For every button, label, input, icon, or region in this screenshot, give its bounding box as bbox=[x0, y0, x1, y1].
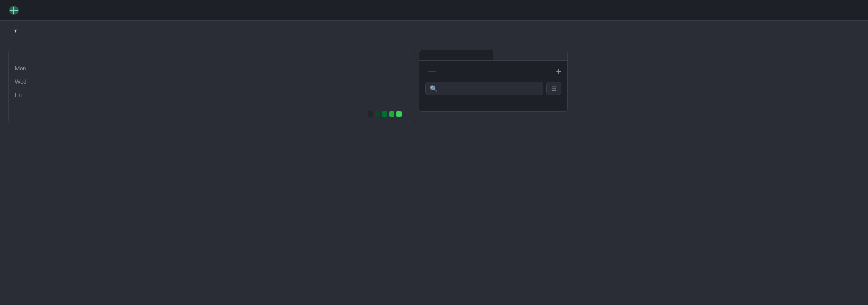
panel-tabs bbox=[419, 50, 567, 61]
repos-title bbox=[425, 71, 436, 72]
day-labels: Mon Wed Fri bbox=[15, 58, 26, 105]
legend-cell-4 bbox=[396, 111, 402, 117]
legend-cell-0 bbox=[368, 111, 373, 117]
contrib-legend bbox=[365, 111, 404, 117]
contribution-graph: Mon Wed Fri bbox=[8, 50, 410, 123]
search-icon: 🔍 bbox=[430, 85, 438, 92]
repo-search-input[interactable] bbox=[441, 85, 539, 92]
repo-filter-tabs bbox=[425, 100, 561, 100]
repos-header: + bbox=[425, 67, 561, 76]
repo-panel: + 🔍 ⊟ bbox=[419, 50, 568, 112]
repo-search-input-wrap: 🔍 bbox=[425, 82, 543, 95]
tab-repository[interactable] bbox=[419, 50, 493, 60]
wednesday-label: Wed bbox=[15, 78, 26, 85]
friday-label: Fri bbox=[15, 92, 26, 99]
right-sidebar: + 🔍 ⊟ bbox=[419, 50, 568, 130]
main-content: Mon Wed Fri bbox=[0, 41, 868, 138]
contrib-grid-wrapper: Mon Wed Fri bbox=[15, 58, 404, 105]
panel-body: + 🔍 ⊟ bbox=[419, 61, 567, 111]
chevron-down-icon: ▾ bbox=[14, 28, 17, 34]
topnav bbox=[0, 0, 868, 21]
filter-icon: ⊟ bbox=[551, 85, 557, 92]
userbar: ▾ bbox=[0, 21, 868, 41]
activity-section: Mon Wed Fri bbox=[8, 50, 410, 130]
legend-cell-1 bbox=[375, 111, 380, 117]
repos-count-badge bbox=[428, 71, 436, 72]
add-repo-button[interactable]: + bbox=[556, 67, 561, 76]
filter-button[interactable]: ⊟ bbox=[546, 82, 561, 95]
user-dropdown[interactable]: ▾ bbox=[8, 26, 21, 36]
repo-search-wrapper: 🔍 ⊟ bbox=[425, 82, 561, 95]
logo-icon bbox=[8, 5, 20, 16]
monday-label: Mon bbox=[15, 65, 26, 72]
tab-organization[interactable] bbox=[493, 50, 567, 60]
legend-cell-2 bbox=[382, 111, 387, 117]
legend-cell-3 bbox=[389, 111, 394, 117]
